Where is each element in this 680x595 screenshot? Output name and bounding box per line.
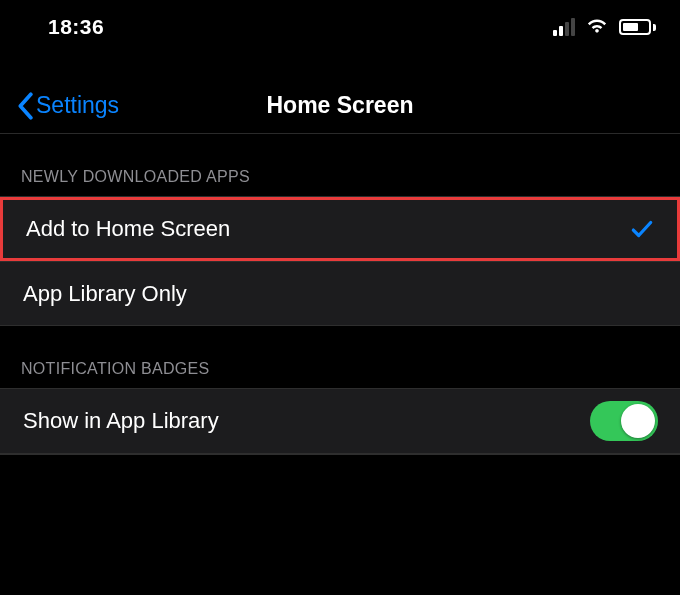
checkmark-icon: [629, 216, 655, 242]
section-header-downloaded: NEWLY DOWNLOADED APPS: [0, 134, 680, 196]
chevron-left-icon: [16, 92, 34, 120]
status-icons: [553, 16, 656, 38]
section-header-badges: NOTIFICATION BADGES: [0, 326, 680, 388]
option-add-home-screen[interactable]: Add to Home Screen: [0, 197, 680, 261]
option-label: App Library Only: [23, 281, 187, 307]
cellular-icon: [553, 18, 575, 36]
toggle-show-in-library[interactable]: [590, 401, 658, 441]
wifi-icon: [585, 16, 609, 38]
page-title: Home Screen: [266, 92, 413, 119]
option-label: Add to Home Screen: [26, 216, 230, 242]
option-group-downloaded: Add to Home Screen App Library Only: [0, 196, 680, 326]
back-button[interactable]: Settings: [16, 92, 119, 120]
option-label: Show in App Library: [23, 408, 219, 434]
option-group-badges: Show in App Library: [0, 388, 680, 454]
nav-bar: Settings Home Screen: [0, 78, 680, 134]
back-label: Settings: [36, 92, 119, 119]
battery-icon: [619, 19, 656, 35]
option-show-in-library: Show in App Library: [0, 389, 680, 453]
status-time: 18:36: [48, 15, 104, 39]
status-bar: 18:36: [0, 0, 680, 54]
option-app-library-only[interactable]: App Library Only: [0, 261, 680, 325]
